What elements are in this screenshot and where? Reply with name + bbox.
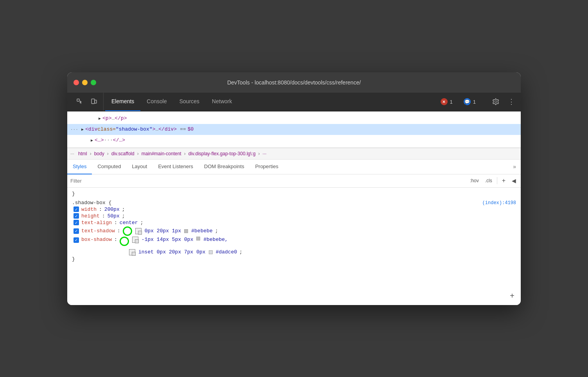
titlebar-title: DevTools - localhost:8080/docs/devtools/… xyxy=(227,79,361,86)
css-property-height: height : 50px ; xyxy=(72,213,516,219)
css-selector[interactable]: .shadow-box { xyxy=(72,200,111,206)
message-badge-button[interactable]: 💬 1 xyxy=(460,97,480,107)
element-row-div[interactable]: ··· ▶ < div class= "shadow-box" > … </di… xyxy=(67,124,521,135)
css-property-text-align: text-align : center ; xyxy=(72,220,516,226)
settings-icon[interactable] xyxy=(489,95,502,108)
hov-button[interactable]: :hov xyxy=(468,177,480,184)
svg-rect-3 xyxy=(95,100,97,103)
svg-rect-1 xyxy=(91,99,95,104)
css-closing-brace-final: } xyxy=(72,256,516,262)
tab-computed[interactable]: Computed xyxy=(92,160,126,174)
add-style-rule-button[interactable]: + xyxy=(510,293,514,300)
minimize-button[interactable] xyxy=(82,80,88,85)
box-shadow-icon-2[interactable] xyxy=(129,249,135,255)
force-element-state-icon[interactable]: ◀ xyxy=(510,177,518,185)
box-shadow-color-swatch-1[interactable] xyxy=(196,237,200,241)
element-row-p[interactable]: ▶ <p> … </p> xyxy=(67,113,521,124)
css-rules-panel: } .shadow-box { (index):4198 width : 200… xyxy=(67,188,521,305)
tabbar-right: ✕ 1 💬 1 ⋮ xyxy=(437,93,518,111)
tab-network[interactable]: Network xyxy=(206,93,238,111)
device-icon[interactable] xyxy=(88,95,100,108)
breadcrumb: ··· html › body › div.scaffold › main#ma… xyxy=(67,148,521,160)
filter-buttons: :hov .cls + ◀ xyxy=(468,176,518,185)
breadcrumb-html[interactable]: html xyxy=(77,150,89,157)
error-icon: ✕ xyxy=(441,98,448,105)
breadcrumb-div-display[interactable]: div.display-flex.gap-top-300.lg\:g xyxy=(187,150,257,157)
cls-button[interactable]: .cls xyxy=(484,177,494,184)
element-row-more[interactable]: ▶ <… > ··· </…> xyxy=(67,135,521,146)
box-shadow-icon[interactable] xyxy=(132,237,138,243)
svg-rect-0 xyxy=(77,99,79,101)
more-icon[interactable]: ⋮ xyxy=(505,95,518,108)
box-shadow-green-indicator[interactable] xyxy=(120,237,129,246)
filter-row: :hov .cls + ◀ xyxy=(67,174,521,188)
css-closing-brace-top: } xyxy=(72,191,516,197)
text-shadow-icon[interactable] xyxy=(135,228,142,234)
tab-layout[interactable]: Layout xyxy=(126,160,152,174)
filter-input[interactable] xyxy=(70,178,465,184)
css-checkbox-width[interactable] xyxy=(74,206,79,212)
text-shadow-color-swatch[interactable] xyxy=(184,229,188,233)
devtools-tabbar: Elements Console Sources Network ✕ 1 💬 1 xyxy=(67,93,521,111)
close-button[interactable] xyxy=(74,80,79,85)
titlebar: DevTools - localhost:8080/docs/devtools/… xyxy=(67,72,521,93)
breadcrumb-body[interactable]: body xyxy=(93,150,106,157)
error-badge-button[interactable]: ✕ 1 xyxy=(437,97,457,107)
filter-divider xyxy=(497,177,497,184)
css-checkbox-text-align[interactable] xyxy=(74,220,79,225)
css-property-box-shadow: box-shadow : -1px 14px 5px 0px #bebebe, … xyxy=(72,237,516,255)
devtools-window: DevTools - localhost:8080/docs/devtools/… xyxy=(67,72,521,305)
add-style-button[interactable]: + xyxy=(500,176,507,185)
tab-sources[interactable]: Sources xyxy=(173,93,206,111)
traffic-lights xyxy=(74,80,96,85)
tab-properties[interactable]: Properties xyxy=(250,160,284,174)
tab-elements[interactable]: Elements xyxy=(105,93,140,111)
tab-event-listeners[interactable]: Event Listeners xyxy=(152,160,199,174)
tab-styles[interactable]: Styles xyxy=(67,160,92,174)
css-rule-header: .shadow-box { (index):4198 xyxy=(72,200,516,206)
styles-tabs-more-icon[interactable]: » xyxy=(508,160,521,174)
tabbar-tool-icons xyxy=(70,93,104,111)
css-checkbox-box-shadow[interactable] xyxy=(74,237,79,243)
inspect-icon[interactable] xyxy=(74,95,86,108)
elements-panel: ▶ <p> … </p> ··· ▶ < div class= "shadow-… xyxy=(67,111,521,148)
css-source-link[interactable]: (index):4198 xyxy=(482,200,516,206)
styles-subtabs: Styles Computed Layout Event Listeners D… xyxy=(67,160,521,174)
css-property-width: width : 200px ; xyxy=(72,206,516,212)
maximize-button[interactable] xyxy=(91,80,96,85)
breadcrumb-main[interactable]: main#main-content xyxy=(140,150,183,157)
css-rule-block: .shadow-box { (index):4198 width : 200px… xyxy=(72,200,516,262)
text-shadow-green-indicator[interactable] xyxy=(123,226,132,236)
breadcrumb-more[interactable]: ··· xyxy=(261,150,268,157)
css-checkbox-text-shadow[interactable] xyxy=(74,228,79,234)
tab-console[interactable]: Console xyxy=(140,93,173,111)
breadcrumb-scaffold[interactable]: div.scaffold xyxy=(110,150,136,157)
message-icon: 💬 xyxy=(464,98,471,105)
svg-rect-2 xyxy=(92,104,94,104)
css-property-text-shadow: text-shadow : 0px 20px 1px #bebebe ; xyxy=(72,226,516,236)
box-shadow-color-swatch-2[interactable] xyxy=(209,250,213,254)
tab-dom-breakpoints[interactable]: DOM Breakpoints xyxy=(199,160,250,174)
css-checkbox-height[interactable] xyxy=(74,213,79,219)
